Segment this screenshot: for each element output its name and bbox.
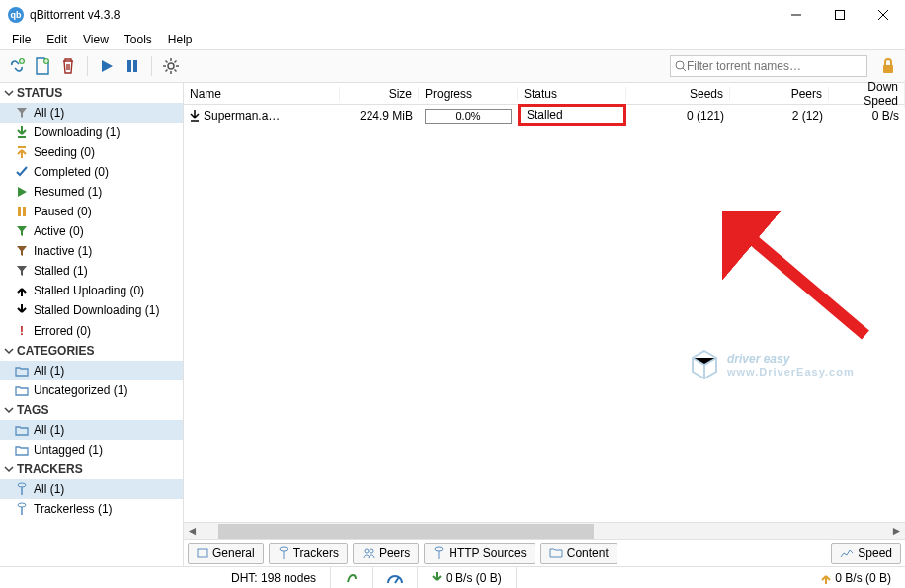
sidebar-item-categories-0[interactable]: All (1) <box>0 361 183 380</box>
search-icon <box>675 60 687 72</box>
sidebar-item-categories-1[interactable]: Uncategorized (1) <box>0 380 183 400</box>
sidebar-item-label: Seeding (0) <box>34 145 95 159</box>
sidebar-item-status-10[interactable]: Stalled Downloading (1) <box>0 300 183 320</box>
sidebar-header-tags[interactable]: TAGS <box>0 400 183 420</box>
tab-label: Speed <box>858 546 892 560</box>
maximize-button[interactable] <box>818 0 862 30</box>
svg-line-15 <box>166 70 168 72</box>
sidebar-item-label: All (1) <box>34 106 64 120</box>
tab-http-sources[interactable]: HTTP Sources <box>424 543 535 564</box>
sidebar-item-label: Stalled Uploading (0) <box>34 284 144 297</box>
sidebar-item-trackers-1[interactable]: Trackerless (1) <box>0 499 183 519</box>
sidebar-item-status-11[interactable]: !Errored (0) <box>0 320 183 341</box>
tab-general[interactable]: General <box>188 543 264 564</box>
title-bar: qb qBittorrent v4.3.8 <box>0 0 905 30</box>
funnel-brown-icon <box>14 245 30 257</box>
tab-trackers[interactable]: Trackers <box>269 543 348 564</box>
sidebar-item-label: Stalled Downloading (1) <box>34 303 159 317</box>
resume-button[interactable] <box>96 55 118 77</box>
sidebar-item-tags-1[interactable]: Untagged (1) <box>0 440 183 460</box>
menu-file[interactable]: File <box>4 31 39 48</box>
search-box[interactable] <box>670 55 867 77</box>
minimize-button[interactable] <box>775 0 818 30</box>
svg-line-18 <box>683 68 686 71</box>
sidebar-item-label: Resumed (1) <box>34 185 102 199</box>
tab-icon <box>197 547 208 559</box>
sidebar-item-status-1[interactable]: Downloading (1) <box>0 123 183 142</box>
sidebar-item-status-0[interactable]: All (1) <box>0 103 183 123</box>
sidebar-item-status-6[interactable]: Active (0) <box>0 221 183 241</box>
funnel-icon <box>14 107 30 119</box>
app-icon: qb <box>8 7 24 23</box>
tab-label: Peers <box>379 546 410 560</box>
chevron-down-icon <box>4 464 17 474</box>
sidebar-item-label: All (1) <box>34 423 64 437</box>
menu-tools[interactable]: Tools <box>117 31 160 48</box>
col-progress[interactable]: Progress <box>419 87 518 101</box>
up-arrow-icon <box>821 572 831 584</box>
sidebar-item-label: Inactive (1) <box>34 244 92 258</box>
tab-speed[interactable]: Speed <box>831 543 901 564</box>
col-size[interactable]: Size <box>340 87 419 101</box>
sidebar-item-tags-0[interactable]: All (1) <box>0 420 183 440</box>
svg-point-31 <box>435 547 443 551</box>
sidebar-item-label: Trackerless (1) <box>34 502 113 516</box>
svg-rect-1 <box>836 11 845 20</box>
svg-point-17 <box>676 61 684 69</box>
sidebar-header-categories[interactable]: CATEGORIES <box>0 341 183 361</box>
settings-button[interactable] <box>160 55 182 77</box>
col-seeds[interactable]: Seeds <box>626 87 730 101</box>
add-link-button[interactable] <box>6 55 28 77</box>
chevron-down-icon <box>4 405 17 415</box>
close-button[interactable] <box>862 0 905 30</box>
scroll-thumb[interactable] <box>218 524 594 539</box>
svg-rect-6 <box>127 60 131 72</box>
pause-button[interactable] <box>122 55 143 77</box>
menu-view[interactable]: View <box>75 31 117 48</box>
svg-line-16 <box>175 61 177 63</box>
col-status[interactable]: Status <box>518 87 626 101</box>
toolbar <box>0 49 905 83</box>
check-icon <box>14 166 30 178</box>
tab-label: General <box>212 546 255 560</box>
sidebar-item-label: Paused (0) <box>34 205 92 218</box>
scroll-left-icon[interactable]: ◄ <box>184 524 201 538</box>
folder-icon <box>14 385 30 396</box>
col-peers[interactable]: Peers <box>730 87 829 101</box>
status-bar: DHT: 198 nodes 0 B/s (0 B) 0 B/s (0 B) <box>0 566 905 588</box>
torrent-dspeed: 0 B/s <box>829 109 905 123</box>
add-file-button[interactable] <box>32 55 53 77</box>
sidebar-header-status[interactable]: STATUS <box>0 83 183 103</box>
sidebar-item-trackers-0[interactable]: All (1) <box>0 479 183 499</box>
sidebar-item-status-3[interactable]: Completed (0) <box>0 162 183 182</box>
col-dspeed[interactable]: Down Speed <box>829 80 905 108</box>
tab-content[interactable]: Content <box>540 543 617 564</box>
sidebar-item-status-4[interactable]: Resumed (1) <box>0 182 183 202</box>
menu-edit[interactable]: Edit <box>39 31 75 48</box>
sidebar-item-status-7[interactable]: Inactive (1) <box>0 241 183 261</box>
sidebar-item-status-2[interactable]: Seeding (0) <box>0 142 183 162</box>
tab-icon <box>278 546 289 560</box>
delete-button[interactable] <box>57 55 79 77</box>
horizontal-scrollbar[interactable]: ◄ ► <box>184 522 905 539</box>
menu-help[interactable]: Help <box>160 31 201 48</box>
scroll-right-icon[interactable]: ► <box>888 524 905 538</box>
tab-peers[interactable]: Peers <box>353 543 419 564</box>
sidebar-item-status-8[interactable]: Stalled (1) <box>0 261 183 281</box>
down-black-icon <box>14 304 30 316</box>
sidebar-item-status-5[interactable]: Paused (0) <box>0 202 183 221</box>
svg-point-22 <box>18 483 26 487</box>
search-input[interactable] <box>687 59 863 73</box>
separator <box>87 56 88 76</box>
sidebar-header-trackers[interactable]: TRACKERS <box>0 460 183 479</box>
svg-point-29 <box>365 549 369 553</box>
speedometer-icon[interactable] <box>373 567 418 588</box>
sidebar-item-label: Untagged (1) <box>34 443 103 457</box>
table-row[interactable]: Superman.a… 224.9 MiB 0.0% Stalled 0 (12… <box>184 105 905 126</box>
separator <box>151 56 152 76</box>
svg-point-24 <box>18 503 26 507</box>
sidebar-item-status-9[interactable]: Stalled Uploading (0) <box>0 281 183 300</box>
torrent-status: Stalled <box>527 108 563 122</box>
lock-button[interactable] <box>877 55 899 77</box>
col-name[interactable]: Name <box>184 87 340 101</box>
